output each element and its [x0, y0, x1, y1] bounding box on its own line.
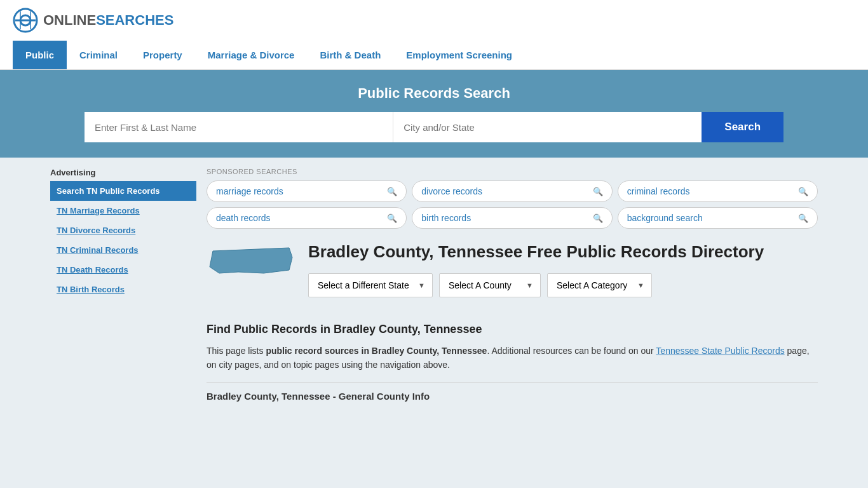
nav-public[interactable]: Public [13, 41, 67, 69]
county-dropdown-wrapper: Select A County [439, 273, 541, 297]
category-dropdown-wrapper: Select A Category [547, 273, 652, 297]
nav-employment[interactable]: Employment Screening [393, 41, 525, 69]
find-section: Find Public Records in Bradley County, T… [207, 323, 818, 402]
nav-criminal[interactable]: Criminal [67, 41, 130, 69]
sidebar-ad-item-2[interactable]: TN Divorce Records [50, 220, 196, 240]
dropdown-row: Select a Different State Select A County… [308, 273, 764, 297]
description-text: This page lists public record sources in… [207, 344, 818, 372]
search-form: Search [85, 112, 783, 142]
sponsored-pill-4[interactable]: birth records 🔍 [412, 207, 612, 229]
sponsored-pill-label-1: divorce records [421, 186, 482, 196]
svg-marker-5 [210, 248, 292, 273]
desc-link[interactable]: Tennessee State Public Records [656, 346, 784, 356]
logo-text: ONLINESEARCHES [43, 12, 173, 29]
page-title-section: Bradley County, Tennessee Free Public Re… [308, 241, 764, 310]
category-dropdown[interactable]: Select A Category [547, 273, 652, 297]
search-button[interactable]: Search [702, 112, 783, 142]
state-dropdown-wrapper: Select a Different State [308, 273, 433, 297]
desc-part1: This page lists [207, 346, 266, 356]
desc-part2: . Additional resources can be found on o… [487, 346, 656, 356]
state-map [207, 241, 295, 281]
sponsored-pill-0[interactable]: marriage records 🔍 [207, 180, 407, 202]
sidebar-link-birth[interactable]: TN Birth Records [57, 285, 125, 294]
sidebar-ad-item-3[interactable]: TN Criminal Records [50, 240, 196, 260]
sidebar-link-marriage[interactable]: TN Marriage Records [57, 206, 140, 215]
sponsored-section: SPONSORED SEARCHES marriage records 🔍 di… [207, 168, 818, 229]
sponsored-pill-label-5: background search [627, 213, 703, 223]
search-icon-1: 🔍 [593, 187, 603, 196]
banner-title: Public Records Search [13, 85, 855, 102]
state-dropdown[interactable]: Select a Different State [308, 273, 433, 297]
name-input[interactable] [85, 112, 393, 142]
sidebar-link-criminal[interactable]: TN Criminal Records [57, 245, 139, 255]
sponsored-pill-label-3: death records [216, 213, 271, 223]
find-title: Find Public Records in Bradley County, T… [207, 323, 818, 336]
sidebar-link-divorce[interactable]: TN Divorce Records [57, 226, 135, 235]
sponsored-label: SPONSORED SEARCHES [207, 168, 818, 175]
sponsored-pill-2[interactable]: criminal records 🔍 [618, 180, 818, 202]
nav-marriage-divorce[interactable]: Marriage & Divorce [195, 41, 308, 69]
ad-label: Advertising [50, 168, 196, 177]
county-dropdown[interactable]: Select A County [439, 273, 541, 297]
sidebar-ad-item-4[interactable]: TN Death Records [50, 260, 196, 280]
search-icon-3: 🔍 [387, 214, 397, 223]
sponsored-pill-label-0: marriage records [216, 186, 283, 196]
location-input[interactable] [393, 112, 702, 142]
tennessee-map-svg [207, 241, 295, 280]
sidebar-ad-item-1[interactable]: TN Marriage Records [50, 201, 196, 220]
logo-icon [13, 8, 38, 33]
search-icon-5: 🔍 [798, 214, 808, 223]
sidebar: Advertising Search TN Public Records TN … [50, 168, 196, 402]
logo: ONLINESEARCHES [13, 8, 173, 33]
sidebar-ad-item-5[interactable]: TN Birth Records [50, 280, 196, 299]
sidebar-link-death[interactable]: TN Death Records [57, 265, 128, 274]
page-title: Bradley County, Tennessee Free Public Re… [308, 241, 764, 263]
sponsored-pill-label-4: birth records [421, 213, 471, 223]
nav-birth-death[interactable]: Birth & Death [307, 41, 393, 69]
content-area: SPONSORED SEARCHES marriage records 🔍 di… [207, 168, 818, 402]
sponsored-grid: marriage records 🔍 divorce records 🔍 cri… [207, 180, 818, 229]
state-section: Bradley County, Tennessee Free Public Re… [207, 241, 818, 310]
nav-property[interactable]: Property [130, 41, 195, 69]
county-info-title: Bradley County, Tennessee - General Coun… [207, 383, 818, 402]
sidebar-ad-item-0[interactable]: Search TN Public Records [50, 181, 196, 201]
header: ONLINESEARCHES [0, 0, 868, 41]
sponsored-pill-5[interactable]: background search 🔍 [618, 207, 818, 229]
sponsored-pill-3[interactable]: death records 🔍 [207, 207, 407, 229]
search-banner: Public Records Search Search [0, 70, 868, 158]
sponsored-pill-label-2: criminal records [627, 186, 690, 196]
sponsored-pill-1[interactable]: divorce records 🔍 [412, 180, 612, 202]
search-icon-2: 🔍 [798, 187, 808, 196]
search-icon-0: 🔍 [387, 187, 397, 196]
nav: Public Criminal Property Marriage & Divo… [0, 41, 868, 70]
search-icon-4: 🔍 [593, 214, 603, 223]
main-container: Advertising Search TN Public Records TN … [40, 158, 828, 412]
desc-bold1: public record sources in Bradley County,… [266, 346, 487, 356]
